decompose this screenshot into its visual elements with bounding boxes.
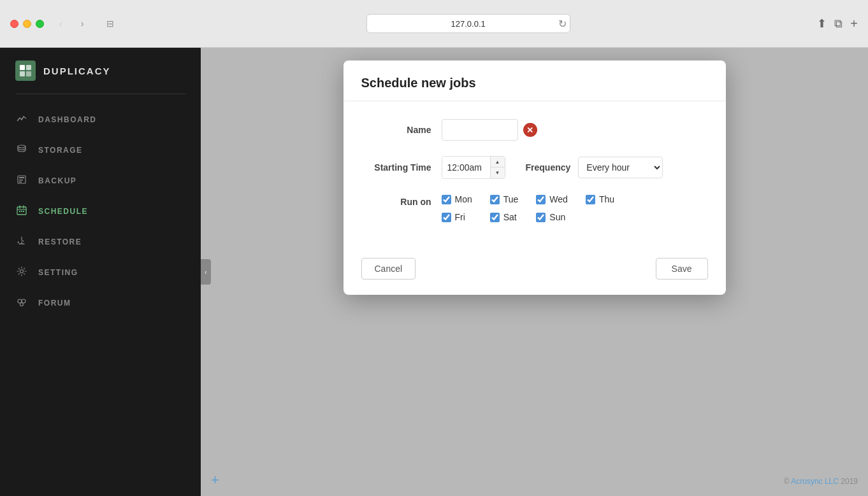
frequency-group: Frequency Every hour Every 2 hours Every…: [526, 157, 663, 178]
mon-label[interactable]: Mon: [455, 194, 472, 204]
sat-checkbox[interactable]: [490, 213, 500, 222]
forward-button[interactable]: ›: [73, 17, 91, 30]
day-sat: Sat: [490, 212, 519, 222]
app-layout: DUPLICACY DASHBOARD: [0, 48, 868, 496]
svg-rect-8: [19, 181, 22, 183]
browser-nav-buttons: ‹ ›: [52, 17, 91, 30]
sidebar-item-label-backup: BACKUP: [38, 176, 76, 185]
wed-checkbox[interactable]: [536, 195, 546, 204]
frequency-select[interactable]: Every hour Every 2 hours Every 3 hours E…: [578, 157, 663, 178]
close-traffic-light[interactable]: [10, 20, 18, 28]
sidebar-item-label-restore: RESTORE: [38, 237, 82, 246]
fullscreen-traffic-light[interactable]: [36, 20, 44, 28]
modal-body: Name ✕ Starting Time ▲ ▼: [344, 101, 726, 235]
minimize-traffic-light[interactable]: [23, 20, 31, 28]
sidebar-item-label-dashboard: DASHBOARD: [38, 115, 97, 124]
time-decrement-button[interactable]: ▼: [491, 167, 505, 178]
svg-rect-3: [26, 71, 31, 76]
svg-rect-1: [26, 65, 31, 70]
day-thu: Thu: [586, 194, 614, 204]
page-footer: © Acrosync LLC 2019: [784, 477, 858, 486]
name-error-icon[interactable]: ✕: [523, 123, 537, 137]
add-bookmark-button[interactable]: ⧉: [834, 17, 843, 31]
day-tue: Tue: [490, 194, 519, 204]
mon-checkbox[interactable]: [442, 195, 451, 204]
footer-company-link[interactable]: Acrosync LLC: [791, 477, 839, 486]
thu-checkbox[interactable]: [586, 195, 595, 204]
reload-button[interactable]: ↻: [558, 18, 567, 30]
frequency-label: Frequency: [526, 162, 571, 173]
sidebar-item-backup[interactable]: BACKUP: [0, 166, 201, 196]
svg-rect-2: [20, 71, 25, 76]
svg-rect-10: [19, 211, 20, 212]
brand-icon: [15, 60, 36, 81]
sidebar-item-storage[interactable]: STORAGE: [0, 135, 201, 166]
modal-footer: Cancel Save: [344, 248, 726, 295]
svg-rect-11: [21, 211, 22, 212]
sidebar-nav: DASHBOARD STORAGE: [0, 94, 201, 496]
fri-label[interactable]: Fri: [455, 212, 465, 222]
days-grid: Mon Tue Wed: [442, 194, 615, 222]
svg-rect-0: [20, 65, 25, 70]
modal-title: Schedule new jobs: [361, 76, 708, 90]
tue-checkbox[interactable]: [490, 195, 500, 204]
day-sun: Sun: [536, 212, 568, 222]
url-input[interactable]: [366, 14, 570, 33]
svg-rect-6: [19, 177, 24, 178]
forum-icon: [15, 297, 28, 309]
run-on-row: Run on Mon Tue: [361, 194, 708, 222]
schedule-icon: [15, 205, 28, 218]
tue-label[interactable]: Tue: [503, 194, 519, 204]
sun-label[interactable]: Sun: [549, 212, 565, 222]
time-increment-button[interactable]: ▲: [491, 157, 505, 167]
time-input[interactable]: [442, 157, 490, 178]
traffic-lights: [10, 20, 44, 28]
starting-time-label: Starting Time: [361, 162, 431, 173]
sidebar-item-dashboard[interactable]: DASHBOARD: [0, 104, 201, 135]
modal-header: Schedule new jobs: [344, 60, 726, 101]
save-button[interactable]: Save: [656, 258, 708, 280]
day-fri: Fri: [442, 212, 472, 222]
run-on-label: Run on: [361, 194, 431, 207]
cancel-button[interactable]: Cancel: [361, 258, 416, 280]
sidebar-item-forum[interactable]: FORUM: [0, 288, 201, 318]
restore-icon: [15, 236, 28, 248]
svg-point-16: [20, 303, 24, 306]
day-mon: Mon: [442, 194, 472, 204]
time-frequency-row: Starting Time ▲ ▼ Frequency Every hour: [361, 156, 708, 179]
footer-year: 2019: [839, 477, 858, 486]
svg-point-4: [18, 145, 25, 148]
name-label: Name: [361, 125, 431, 135]
wed-label[interactable]: Wed: [549, 194, 568, 204]
day-wed: Wed: [536, 194, 568, 204]
name-input-wrapper: ✕: [442, 119, 537, 141]
sidebar-item-label-forum: FORUM: [38, 299, 71, 308]
footer-copyright: ©: [784, 477, 792, 486]
sidebar-item-schedule[interactable]: SCHEDULE: [0, 196, 201, 227]
name-input[interactable]: [442, 119, 518, 141]
schedule-modal: Schedule new jobs Name ✕ Starting Time: [344, 60, 726, 295]
back-button[interactable]: ‹: [52, 17, 69, 30]
sidebar-item-label-storage: STORAGE: [38, 146, 83, 155]
backup-icon: [15, 174, 28, 187]
sidebar-item-label-schedule: SCHEDULE: [38, 207, 88, 216]
thu-label[interactable]: Thu: [599, 194, 614, 204]
browser-actions: ⬆ ⧉: [817, 17, 843, 31]
reader-mode-button[interactable]: ⊟: [101, 17, 119, 30]
time-input-wrapper: ▲ ▼: [442, 156, 505, 179]
sidebar-item-setting[interactable]: SETTING: [0, 257, 201, 288]
browser-chrome: ‹ › ⊟ ↻ ⬆ ⧉ +: [0, 0, 868, 48]
fri-checkbox[interactable]: [442, 213, 451, 222]
sidebar-brand: DUPLICACY: [0, 48, 201, 94]
svg-point-13: [20, 270, 24, 273]
sat-label[interactable]: Sat: [503, 212, 517, 222]
sun-checkbox[interactable]: [536, 213, 546, 222]
sidebar: DUPLICACY DASHBOARD: [0, 48, 201, 496]
svg-rect-12: [23, 211, 24, 212]
url-bar: ↻: [127, 14, 809, 33]
share-button[interactable]: ⬆: [817, 17, 827, 31]
new-tab-button[interactable]: +: [850, 17, 858, 31]
add-schedule-button[interactable]: +: [211, 472, 219, 488]
setting-icon: [15, 266, 28, 279]
sidebar-item-restore[interactable]: RESTORE: [0, 227, 201, 257]
